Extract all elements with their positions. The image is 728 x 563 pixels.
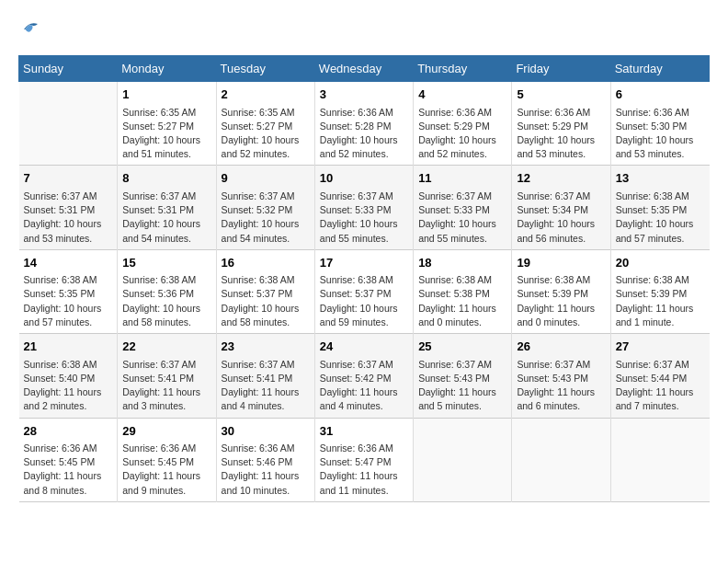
daylight-line2: and 52 minutes. <box>222 148 290 159</box>
cell-info: Sunrise: 6:38 AMSunset: 5:35 PMDaylight:… <box>616 190 705 246</box>
daylight-line1: Daylight: 10 hours <box>222 134 300 145</box>
day-number: 2 <box>222 86 310 104</box>
day-number: 26 <box>517 338 605 356</box>
calendar-cell: 1Sunrise: 6:35 AMSunset: 5:27 PMDaylight… <box>118 82 216 166</box>
calendar-cell <box>19 82 118 166</box>
calendar-cell: 10Sunrise: 6:37 AMSunset: 5:33 PMDayligh… <box>314 166 413 249</box>
header-tuesday: Tuesday <box>216 56 314 82</box>
calendar-cell: 26Sunrise: 6:37 AMSunset: 5:43 PMDayligh… <box>512 334 610 418</box>
cell-info: Sunrise: 6:38 AMSunset: 5:38 PMDaylight:… <box>418 273 506 329</box>
day-number: 7 <box>24 169 113 188</box>
calendar-cell: 12Sunrise: 6:37 AMSunset: 5:34 PMDayligh… <box>512 166 610 249</box>
calendar-cell: 6Sunrise: 6:36 AMSunset: 5:30 PMDaylight… <box>610 82 709 166</box>
day-number: 5 <box>517 86 605 104</box>
day-number: 11 <box>418 169 506 188</box>
calendar-cell <box>610 418 709 501</box>
calendar-cell: 15Sunrise: 6:38 AMSunset: 5:36 PMDayligh… <box>118 249 216 333</box>
calendar-cell: 13Sunrise: 6:38 AMSunset: 5:35 PMDayligh… <box>610 166 709 249</box>
week-row-2: 14Sunrise: 6:38 AMSunset: 5:35 PMDayligh… <box>19 249 710 333</box>
cell-info: Sunrise: 6:37 AMSunset: 5:34 PMDaylight:… <box>517 190 605 246</box>
cell-info: Sunrise: 6:37 AMSunset: 5:41 PMDaylight:… <box>122 358 210 414</box>
header-wednesday: Wednesday <box>314 56 413 82</box>
cell-info: Sunrise: 6:36 AMSunset: 5:46 PMDaylight:… <box>222 442 310 498</box>
daylight-line2: and 7 minutes. <box>616 400 679 411</box>
daylight-line2: and 59 minutes. <box>320 316 389 327</box>
cell-info: Sunrise: 6:37 AMSunset: 5:43 PMDaylight:… <box>517 358 605 414</box>
daylight-line2: and 0 minutes. <box>418 316 482 327</box>
cell-info: Sunrise: 6:38 AMSunset: 5:37 PMDaylight:… <box>320 273 408 329</box>
page-header <box>18 18 710 40</box>
daylight-line1: Daylight: 11 hours <box>24 470 102 481</box>
daylight-line2: and 6 minutes. <box>517 400 580 411</box>
calendar-cell: 2Sunrise: 6:35 AMSunset: 5:27 PMDaylight… <box>216 82 314 166</box>
calendar-cell: 25Sunrise: 6:37 AMSunset: 5:43 PMDayligh… <box>414 334 512 418</box>
day-number: 23 <box>222 338 310 356</box>
day-number: 24 <box>320 338 408 356</box>
week-row-3: 21Sunrise: 6:38 AMSunset: 5:40 PMDayligh… <box>19 334 710 418</box>
daylight-line1: Daylight: 11 hours <box>122 386 200 397</box>
daylight-line1: Daylight: 10 hours <box>418 134 496 145</box>
cell-info: Sunrise: 6:37 AMSunset: 5:31 PMDaylight:… <box>24 190 113 246</box>
daylight-line1: Daylight: 10 hours <box>320 218 398 229</box>
cell-info: Sunrise: 6:37 AMSunset: 5:33 PMDaylight:… <box>320 190 408 246</box>
daylight-line2: and 57 minutes. <box>24 316 93 327</box>
cell-info: Sunrise: 6:38 AMSunset: 5:36 PMDaylight:… <box>122 273 210 329</box>
daylight-line1: Daylight: 10 hours <box>616 218 694 229</box>
calendar-table: SundayMondayTuesdayWednesdayThursdayFrid… <box>18 55 710 502</box>
day-number: 12 <box>517 169 605 188</box>
day-number: 6 <box>616 86 705 104</box>
daylight-line2: and 53 minutes. <box>616 148 685 159</box>
daylight-line2: and 2 minutes. <box>24 400 87 411</box>
cell-info: Sunrise: 6:38 AMSunset: 5:35 PMDaylight:… <box>24 273 113 329</box>
calendar-cell: 16Sunrise: 6:38 AMSunset: 5:37 PMDayligh… <box>216 249 314 333</box>
daylight-line1: Daylight: 10 hours <box>616 134 694 145</box>
daylight-line1: Daylight: 10 hours <box>24 303 102 314</box>
calendar-cell: 3Sunrise: 6:36 AMSunset: 5:28 PMDaylight… <box>314 82 413 166</box>
week-row-4: 28Sunrise: 6:36 AMSunset: 5:45 PMDayligh… <box>19 418 710 501</box>
cell-info: Sunrise: 6:35 AMSunset: 5:27 PMDaylight:… <box>222 106 310 162</box>
header-sunday: Sunday <box>19 56 118 82</box>
daylight-line2: and 56 minutes. <box>517 233 586 244</box>
day-number: 15 <box>122 254 210 272</box>
day-number: 17 <box>320 254 408 272</box>
day-number: 8 <box>122 169 210 188</box>
daylight-line1: Daylight: 10 hours <box>122 303 200 314</box>
day-number: 31 <box>320 422 408 441</box>
daylight-line2: and 10 minutes. <box>222 485 290 496</box>
daylight-line2: and 4 minutes. <box>320 400 383 411</box>
daylight-line2: and 1 minute. <box>616 316 675 327</box>
daylight-line1: Daylight: 10 hours <box>122 218 200 229</box>
day-number: 25 <box>418 338 506 356</box>
cell-info: Sunrise: 6:35 AMSunset: 5:27 PMDaylight:… <box>122 106 210 162</box>
daylight-line1: Daylight: 11 hours <box>418 386 496 397</box>
daylight-line1: Daylight: 10 hours <box>320 303 398 314</box>
cell-info: Sunrise: 6:36 AMSunset: 5:47 PMDaylight:… <box>320 442 408 498</box>
cell-info: Sunrise: 6:37 AMSunset: 5:43 PMDaylight:… <box>418 358 506 414</box>
daylight-line1: Daylight: 11 hours <box>222 470 300 481</box>
daylight-line2: and 4 minutes. <box>222 400 285 411</box>
daylight-line2: and 55 minutes. <box>320 233 389 244</box>
calendar-cell: 29Sunrise: 6:36 AMSunset: 5:45 PMDayligh… <box>118 418 216 501</box>
daylight-line1: Daylight: 11 hours <box>222 386 300 397</box>
cell-info: Sunrise: 6:36 AMSunset: 5:45 PMDaylight:… <box>24 442 113 498</box>
daylight-line1: Daylight: 11 hours <box>320 386 398 397</box>
cell-info: Sunrise: 6:36 AMSunset: 5:45 PMDaylight:… <box>122 442 210 498</box>
daylight-line1: Daylight: 10 hours <box>320 134 398 145</box>
header-friday: Friday <box>512 56 610 82</box>
day-number: 30 <box>222 422 310 441</box>
cell-info: Sunrise: 6:36 AMSunset: 5:28 PMDaylight:… <box>320 106 408 162</box>
day-number: 16 <box>222 254 310 272</box>
calendar-cell: 22Sunrise: 6:37 AMSunset: 5:41 PMDayligh… <box>118 334 216 418</box>
daylight-line1: Daylight: 11 hours <box>122 470 200 481</box>
day-number: 19 <box>517 254 605 272</box>
daylight-line2: and 52 minutes. <box>320 148 389 159</box>
day-number: 4 <box>418 86 506 104</box>
day-number: 10 <box>320 169 408 188</box>
calendar-cell: 19Sunrise: 6:38 AMSunset: 5:39 PMDayligh… <box>512 249 610 333</box>
daylight-line2: and 8 minutes. <box>24 485 87 496</box>
daylight-line1: Daylight: 11 hours <box>517 303 595 314</box>
day-number: 27 <box>616 338 705 356</box>
cell-info: Sunrise: 6:38 AMSunset: 5:40 PMDaylight:… <box>24 358 113 414</box>
daylight-line2: and 0 minutes. <box>517 316 580 327</box>
daylight-line1: Daylight: 10 hours <box>122 134 200 145</box>
